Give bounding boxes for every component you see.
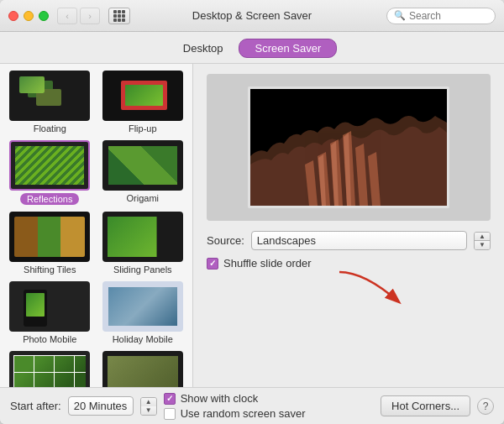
source-label: Source: (207, 234, 244, 247)
titlebar: ‹ › Desktop & Screen Saver 🔍 (0, 0, 504, 32)
main-content: FloatingFlip-upReflectionsOrigamiShiftin… (0, 64, 504, 387)
bottom-bar: Start after: 20 Minutes 5 Minutes 10 Min… (0, 387, 504, 424)
maximize-button[interactable] (39, 11, 49, 21)
saver-thumb-photomobile (9, 281, 90, 332)
saver-label-flipup: Flip-up (129, 123, 157, 133)
tab-desktop[interactable]: Desktop (167, 39, 239, 58)
screensaver-list: FloatingFlip-upReflectionsOrigamiShiftin… (0, 64, 193, 387)
preview-inner (248, 86, 449, 208)
right-panel: Source: Landscapes Nature Plants ▲ ▼ Shu… (193, 64, 504, 387)
saver-item-flipup[interactable]: Flip-up (100, 71, 186, 133)
preview-area (207, 74, 491, 221)
back-button[interactable]: ‹ (57, 8, 77, 24)
source-row: Source: Landscapes Nature Plants ▲ ▼ (207, 231, 491, 250)
saver-thumb-photowall (9, 351, 90, 387)
saver-thumb-flipup (102, 71, 183, 121)
saver-label-holiday: Holiday Mobile (113, 334, 173, 344)
help-button[interactable]: ? (477, 398, 494, 415)
saver-item-reflections[interactable]: Reflections (7, 140, 93, 205)
saver-thumb-reflections (9, 140, 90, 191)
shuffle-label: Shuffle slide order (223, 257, 312, 270)
show-clock-row: Show with clock (164, 392, 306, 405)
window-title: Desktop & Screen Saver (192, 9, 312, 22)
window: ‹ › Desktop & Screen Saver 🔍 Desktop Scr… (0, 0, 504, 424)
random-saver-row: Use random screen saver (164, 407, 306, 420)
random-saver-checkbox[interactable] (164, 408, 176, 420)
saver-item-floating[interactable]: Floating (7, 71, 93, 133)
preview-image (250, 89, 447, 206)
saver-label-photomobile: Photo Mobile (23, 334, 76, 344)
saver-label-floating: Floating (34, 123, 66, 133)
stepper-up[interactable]: ▲ (475, 233, 490, 241)
minimize-button[interactable] (24, 11, 34, 21)
saver-thumb-vintage (102, 351, 183, 387)
search-input[interactable] (409, 10, 485, 22)
saver-label-origami: Origami (126, 193, 159, 203)
search-bar[interactable]: 🔍 (386, 8, 496, 24)
show-clock-area: Show with clock Use random screen saver (164, 392, 306, 420)
saver-item-holiday[interactable]: Holiday Mobile (100, 281, 186, 344)
close-button[interactable] (8, 11, 18, 21)
source-stepper[interactable]: ▲ ▼ (474, 232, 491, 250)
hot-corners-arrow (331, 268, 415, 310)
saver-item-shifting[interactable]: Shifting Tiles (7, 212, 93, 275)
saver-thumb-sliding (102, 212, 183, 262)
controls-area: Source: Landscapes Nature Plants ▲ ▼ Shu… (207, 221, 491, 310)
grid-icon (113, 10, 125, 22)
search-icon: 🔍 (394, 10, 406, 21)
tab-screensaver[interactable]: Screen Saver (239, 39, 337, 58)
saver-label-reflections: Reflections (20, 193, 79, 205)
nav-buttons: ‹ › (57, 8, 100, 24)
saver-item-photomobile[interactable]: Photo Mobile (7, 281, 93, 344)
traffic-lights (8, 11, 49, 21)
time-stepper-up[interactable]: ▲ (141, 398, 156, 406)
shuffle-checkbox[interactable] (207, 258, 218, 270)
tabs-row: Desktop Screen Saver (0, 32, 504, 64)
time-stepper-down[interactable]: ▼ (141, 406, 156, 415)
source-select[interactable]: Landscapes Nature Plants (251, 231, 467, 250)
time-select[interactable]: 20 Minutes 5 Minutes 10 Minutes 30 Minut… (68, 396, 134, 416)
arrow-area (207, 276, 491, 310)
hot-corners-button[interactable]: Hot Corners... (381, 395, 470, 416)
saver-thumb-origami (102, 140, 183, 191)
show-clock-label: Show with clock (181, 392, 258, 405)
forward-button[interactable]: › (80, 8, 100, 24)
grid-view-button[interactable] (108, 8, 130, 24)
start-after-label: Start after: (10, 400, 61, 412)
saver-label-shifting: Shifting Tiles (24, 264, 76, 275)
saver-thumb-floating (9, 71, 90, 121)
show-clock-checkbox[interactable] (164, 393, 176, 405)
time-stepper[interactable]: ▲ ▼ (140, 397, 157, 416)
random-saver-label: Use random screen saver (181, 407, 306, 420)
saver-item-origami[interactable]: Origami (100, 140, 186, 205)
stepper-down[interactable]: ▼ (475, 241, 490, 249)
saver-thumb-holiday (102, 281, 183, 332)
saver-item-sliding[interactable]: Sliding Panels (100, 212, 186, 275)
saver-label-sliding: Sliding Panels (113, 264, 172, 275)
saver-item-photowall[interactable]: Photo Wall (7, 351, 93, 387)
saver-thumb-shifting (9, 212, 90, 262)
saver-item-vintage[interactable]: Vintage Prints (100, 351, 186, 387)
